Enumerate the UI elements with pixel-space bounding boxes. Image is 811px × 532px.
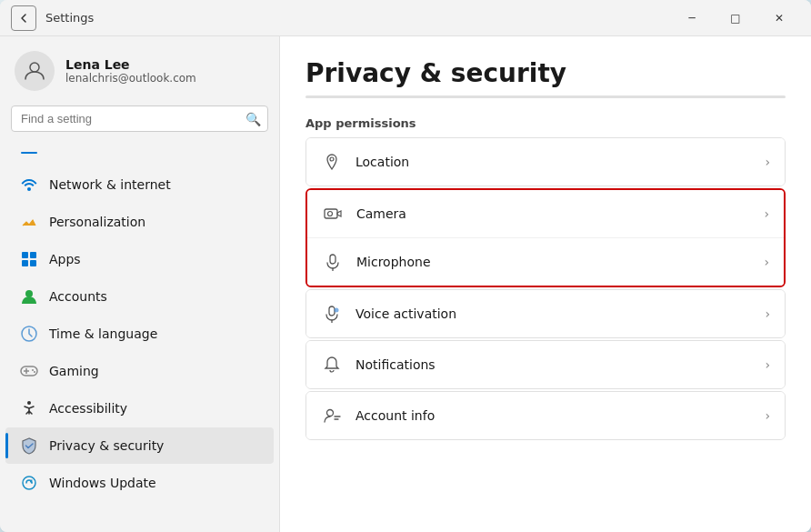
window-title: Settings: [45, 11, 671, 25]
voice-icon: [321, 303, 343, 325]
time-icon: [20, 325, 38, 343]
chevron-right-icon: ›: [765, 155, 770, 169]
user-info: Lena Lee lenalchris@outlook.com: [65, 57, 196, 85]
settings-item-label: Camera: [356, 206, 751, 221]
svg-rect-3: [22, 252, 28, 258]
svg-point-7: [25, 290, 33, 297]
sidebar-item-label: Accounts: [49, 289, 107, 304]
svg-rect-21: [329, 306, 335, 316]
user-name: Lena Lee: [65, 57, 196, 72]
microphone-icon: [322, 251, 344, 273]
chevron-right-icon: ›: [764, 206, 769, 221]
search-icon: 🔍: [245, 112, 261, 126]
svg-point-12: [32, 369, 34, 371]
chevron-right-icon: ›: [765, 306, 770, 321]
account-info-group: Account info ›: [305, 391, 786, 440]
sidebar-item-personalization[interactable]: Personalization: [5, 204, 274, 240]
sidebar-item-home[interactable]: [5, 140, 274, 166]
sidebar-item-time[interactable]: Time & language: [5, 316, 274, 352]
sidebar-item-label: Privacy & security: [49, 438, 164, 453]
accounts-icon: [20, 287, 38, 306]
update-icon: [20, 474, 38, 492]
user-email: lenalchris@outlook.com: [65, 72, 196, 85]
sidebar-item-label: Personalization: [49, 215, 145, 229]
sidebar: Lena Lee lenalchris@outlook.com 🔍: [0, 36, 280, 532]
highlighted-group: Camera › Microphone ›: [305, 188, 786, 287]
svg-point-18: [328, 212, 333, 216]
settings-window: Settings ─ □ ✕ Lena Lee lenalchris@outlo…: [0, 0, 811, 532]
sidebar-item-label: Apps: [49, 252, 81, 266]
minimize-button[interactable]: ─: [671, 4, 713, 33]
chevron-right-icon: ›: [764, 255, 769, 269]
progress-bar: [305, 95, 786, 98]
sidebar-item-label: Network & internet: [49, 177, 171, 192]
settings-item-notifications[interactable]: Notifications ›: [306, 341, 785, 388]
settings-item-label: Notifications: [355, 357, 752, 372]
svg-point-24: [327, 410, 334, 417]
location-group: Location ›: [305, 137, 786, 186]
sidebar-item-apps[interactable]: Apps: [5, 241, 274, 277]
avatar: [15, 51, 55, 91]
settings-item-label: Voice activation: [355, 306, 752, 321]
nav-items: Network & internet Personalization: [0, 139, 279, 532]
chevron-right-icon: ›: [765, 357, 770, 372]
svg-point-14: [27, 401, 31, 405]
chevron-right-icon: ›: [765, 408, 770, 423]
svg-rect-1: [21, 152, 37, 154]
location-icon: [321, 151, 343, 173]
svg-rect-19: [330, 255, 335, 264]
settings-item-location[interactable]: Location ›: [306, 138, 785, 186]
svg-point-23: [335, 308, 339, 313]
close-button[interactable]: ✕: [758, 4, 800, 33]
svg-point-0: [30, 63, 39, 72]
privacy-icon: [20, 437, 38, 455]
search-box: 🔍: [11, 105, 268, 132]
svg-point-15: [23, 477, 35, 489]
sidebar-item-update[interactable]: Windows Update: [5, 465, 274, 501]
settings-item-account-info[interactable]: Account info ›: [306, 392, 785, 439]
svg-point-13: [34, 371, 35, 373]
camera-icon: [322, 203, 344, 225]
apps-icon: [20, 250, 38, 268]
sidebar-item-gaming[interactable]: Gaming: [5, 353, 274, 389]
notifications-icon: [321, 354, 343, 376]
sidebar-item-label: Accessibility: [49, 401, 127, 416]
main-content: Privacy & security App permissions Locat…: [280, 36, 811, 532]
network-icon: [20, 176, 38, 194]
account-info-icon: [321, 405, 343, 427]
accessibility-icon: [20, 399, 38, 417]
settings-item-microphone[interactable]: Microphone ›: [307, 238, 784, 286]
settings-item-voice[interactable]: Voice activation ›: [306, 290, 785, 337]
svg-rect-4: [30, 252, 36, 258]
sidebar-item-network[interactable]: Network & internet: [5, 166, 274, 203]
settings-item-camera[interactable]: Camera ›: [307, 190, 784, 238]
sidebar-item-label: Gaming: [49, 364, 99, 378]
settings-item-label: Location: [355, 155, 752, 169]
title-bar: Settings ─ □ ✕: [0, 0, 811, 36]
gaming-icon: [20, 362, 38, 380]
home-icon: [20, 144, 38, 162]
section-label: App permissions: [305, 116, 786, 130]
notifications-group: Notifications ›: [305, 340, 786, 389]
sidebar-item-accounts[interactable]: Accounts: [5, 278, 274, 315]
voice-group: Voice activation ›: [305, 289, 786, 338]
back-button[interactable]: [11, 5, 36, 31]
page-title: Privacy & security: [305, 58, 786, 88]
personalization-icon: [20, 213, 38, 231]
sidebar-item-accessibility[interactable]: Accessibility: [5, 390, 274, 427]
maximize-button[interactable]: □: [715, 4, 756, 33]
settings-item-label: Account info: [355, 408, 752, 423]
window-controls: ─ □ ✕: [671, 4, 800, 33]
sidebar-item-privacy[interactable]: Privacy & security: [5, 427, 274, 464]
svg-rect-17: [325, 209, 337, 218]
settings-item-label: Microphone: [356, 255, 751, 269]
sidebar-item-label: Time & language: [49, 326, 157, 341]
svg-point-16: [330, 157, 334, 161]
search-input[interactable]: [11, 105, 268, 132]
svg-rect-6: [30, 260, 36, 266]
svg-point-2: [27, 187, 31, 191]
user-profile: Lena Lee lenalchris@outlook.com: [0, 36, 279, 102]
content-area: Lena Lee lenalchris@outlook.com 🔍: [0, 36, 811, 532]
svg-rect-5: [22, 260, 28, 266]
sidebar-item-label: Windows Update: [49, 476, 156, 490]
